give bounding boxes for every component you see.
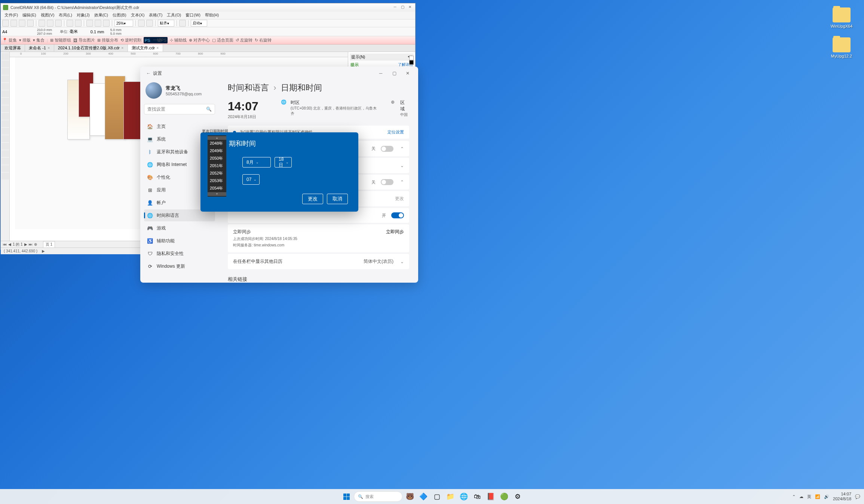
macro-distribute[interactable]: ⊞排版分布 bbox=[97, 37, 118, 43]
change-button[interactable]: 更改 bbox=[395, 196, 404, 202]
year-option[interactable]: 2054年 bbox=[208, 185, 226, 192]
tab-doc2[interactable]: 2024.1.10金石宣传册2.0版.X8.cdr✕ bbox=[54, 44, 128, 52]
open-button[interactable] bbox=[10, 20, 17, 27]
taskbar-store[interactable]: 🛍 bbox=[471, 491, 483, 503]
parallel-tool[interactable] bbox=[1, 128, 9, 135]
menu-bitmap[interactable]: 位图(B) bbox=[110, 12, 129, 19]
macro-collection[interactable]: ▾集合 bbox=[33, 37, 45, 43]
calendar-card[interactable]: 在任务栏中显示其他日历 简体中文(农历) ⌄ bbox=[228, 254, 409, 269]
drop-shadow-tool[interactable] bbox=[1, 143, 9, 150]
search-box[interactable]: 🔍 bbox=[144, 104, 215, 114]
nav-gaming[interactable]: 🎮游戏 bbox=[144, 222, 215, 234]
taskbar-settings[interactable]: ⚙ bbox=[512, 491, 524, 503]
text-tool[interactable] bbox=[1, 120, 9, 127]
tray-onedrive-icon[interactable]: ☁ bbox=[799, 494, 803, 499]
tray-wifi-icon[interactable]: 📶 bbox=[815, 494, 820, 499]
rectangle-tool[interactable] bbox=[1, 98, 9, 105]
user-profile[interactable]: 常龙飞 50545378@qq.com bbox=[144, 80, 215, 104]
print-button[interactable] bbox=[27, 20, 34, 27]
macro-patrol[interactable]: ⟲逆时切割 bbox=[120, 37, 141, 43]
outline-tool[interactable] bbox=[1, 173, 9, 179]
dup-y[interactable]: 5.0 mm bbox=[110, 32, 122, 36]
swatch-none[interactable] bbox=[409, 56, 414, 60]
dialog-change-button[interactable]: 更改 bbox=[302, 194, 323, 204]
back-button[interactable]: ← bbox=[144, 71, 153, 76]
import-button[interactable] bbox=[86, 20, 93, 27]
tray-ime[interactable]: 英 bbox=[807, 494, 811, 500]
options-button[interactable] bbox=[179, 20, 186, 27]
taskbar-explorer[interactable]: 📁 bbox=[444, 491, 456, 503]
menu-table[interactable]: 表格(T) bbox=[147, 12, 165, 19]
nav-update[interactable]: ⟳Windows 更新 bbox=[144, 260, 215, 272]
macro-export[interactable]: 🖼导出图片 bbox=[73, 37, 95, 43]
dst-toggle[interactable] bbox=[381, 179, 393, 185]
desktop-folder-1[interactable]: WinUpgX64 bbox=[830, 7, 853, 28]
start-button[interactable] bbox=[340, 491, 352, 503]
breadcrumb-parent[interactable]: 时间和语言 bbox=[228, 83, 269, 92]
copy-button[interactable] bbox=[47, 20, 53, 27]
undo-button[interactable] bbox=[67, 20, 73, 27]
units-combo[interactable]: 毫米 bbox=[70, 29, 88, 34]
tab-doc3[interactable]: 测试文件.cdr✕ bbox=[128, 44, 163, 52]
search-input[interactable] bbox=[147, 107, 206, 112]
tab-untitled[interactable]: 未命名 -1✕ bbox=[25, 44, 54, 52]
tray-notifications-icon[interactable]: 💬 bbox=[855, 494, 860, 499]
coreldraw-titlebar[interactable]: CorelDRAW X8 (64-Bit) - C:\Users\Adminis… bbox=[1, 3, 415, 12]
macro-rotleft[interactable]: ↺左旋转 bbox=[236, 37, 252, 43]
close-button[interactable]: ✕ bbox=[401, 68, 414, 79]
export-button[interactable] bbox=[95, 20, 101, 27]
month-select[interactable]: 8月⌄ bbox=[242, 157, 271, 168]
nav-privacy[interactable]: 🛡隐私和安全性 bbox=[144, 248, 215, 259]
chevron-up-icon[interactable]: ⌃ bbox=[400, 146, 404, 151]
taskbar-app-green[interactable]: 🟢 bbox=[498, 491, 510, 503]
macro-guides[interactable]: ⊹辅助线 bbox=[170, 37, 187, 43]
scroll-up-button[interactable]: ▴ bbox=[208, 136, 226, 140]
zoom-tool[interactable] bbox=[1, 76, 9, 82]
macro-fit[interactable]: ▢适合页面 bbox=[212, 37, 233, 43]
page-add[interactable]: ⊕ bbox=[34, 242, 37, 246]
chevron-up-icon[interactable]: ⌃ bbox=[400, 179, 404, 185]
macro-rotright[interactable]: ↻右旋转 bbox=[255, 37, 272, 43]
redo-button[interactable] bbox=[75, 20, 82, 27]
macro-align[interactable]: ⊕对齐中心 bbox=[189, 37, 210, 43]
fullscreen-button[interactable] bbox=[138, 20, 145, 27]
cut-button[interactable] bbox=[39, 20, 45, 27]
year-option[interactable]: 2051年 bbox=[208, 162, 226, 170]
launch-combo[interactable]: 启动 ▾ bbox=[191, 20, 207, 27]
tray-chevron[interactable]: ⌃ bbox=[792, 494, 796, 499]
sync-now-button[interactable]: 立即同步 bbox=[386, 229, 404, 235]
year-option[interactable]: 2049年 bbox=[208, 147, 226, 155]
close-button[interactable]: ✕ bbox=[407, 5, 413, 10]
menu-window[interactable]: 窗口(W) bbox=[183, 12, 203, 19]
artistic-tool[interactable] bbox=[1, 90, 9, 97]
paper-size-combo[interactable]: A4 bbox=[2, 30, 36, 34]
dup-x[interactable]: 5.0 mm bbox=[110, 28, 122, 32]
eyedropper-tool[interactable] bbox=[1, 158, 9, 165]
minimize-button[interactable]: ─ bbox=[392, 5, 398, 10]
minute-select[interactable]: 07⌄ bbox=[242, 174, 260, 185]
page-tab[interactable]: 页 1 bbox=[43, 241, 55, 248]
auto-timezone-toggle[interactable] bbox=[381, 146, 393, 152]
status-next[interactable]: ▶ bbox=[42, 249, 45, 253]
save-button[interactable] bbox=[19, 20, 25, 27]
desktop-folder-2[interactable]: MyUpg12.2 bbox=[830, 37, 853, 58]
swatch-black[interactable] bbox=[409, 60, 414, 65]
page-height[interactable]: 297.0 mm bbox=[37, 32, 52, 36]
new-button[interactable] bbox=[2, 20, 9, 27]
menu-help[interactable]: 帮助(H) bbox=[203, 12, 221, 19]
show-tray-toggle[interactable] bbox=[391, 212, 404, 218]
nav-accessibility[interactable]: ♿辅助功能 bbox=[144, 235, 215, 247]
tab-welcome[interactable]: 欢迎屏幕 bbox=[1, 44, 25, 52]
polygon-tool[interactable] bbox=[1, 113, 9, 120]
artwork[interactable] bbox=[67, 72, 150, 151]
taskbar-copilot[interactable]: 🔷 bbox=[417, 491, 429, 503]
location-settings-link[interactable]: 定位设置 bbox=[387, 129, 404, 135]
pdf-button[interactable] bbox=[103, 20, 110, 27]
taskbar-search[interactable]: 🔍搜索 bbox=[354, 491, 402, 502]
menu-text[interactable]: 文本(X) bbox=[129, 12, 147, 19]
day-select[interactable]: 18日⌄ bbox=[275, 157, 292, 168]
menu-object[interactable]: 对象(J) bbox=[74, 12, 92, 19]
fill-tool[interactable] bbox=[1, 165, 9, 172]
macro-catch[interactable]: 📍捉鱼 bbox=[2, 37, 17, 43]
nudge-input[interactable]: 0.1 mm bbox=[91, 30, 109, 34]
